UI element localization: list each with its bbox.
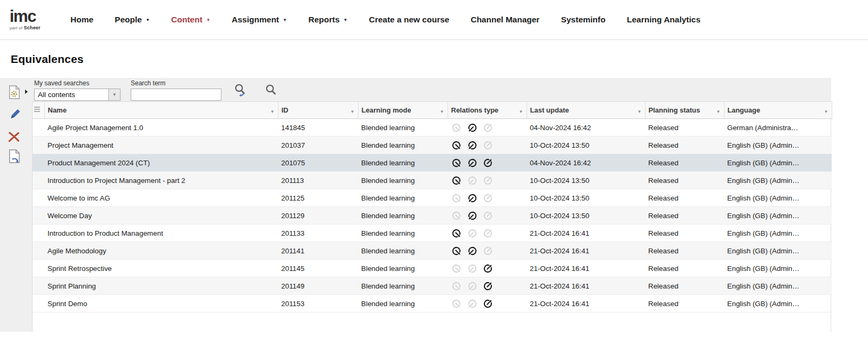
cell-planning-status: Released bbox=[645, 154, 724, 172]
cell-last-update: 21-Oct-2024 16:41 bbox=[527, 242, 645, 260]
export-document-icon[interactable] bbox=[7, 147, 24, 165]
cell-language: English (GB) (Admin… bbox=[724, 172, 832, 189]
table-row[interactable]: Product Management 2024 (CT) 201075 Blen… bbox=[33, 154, 832, 172]
edit-pencil-icon[interactable] bbox=[7, 106, 24, 124]
column-id[interactable]: ID bbox=[278, 102, 358, 119]
column-planning-status[interactable]: Planning status bbox=[645, 102, 724, 119]
relation-predecessor-icon bbox=[467, 210, 478, 221]
nav-item-reports[interactable]: Reports bbox=[298, 11, 359, 29]
filter-arrow-icon[interactable] bbox=[638, 106, 642, 114]
nav-item-learning-analytics[interactable]: Learning Analytics bbox=[616, 11, 711, 29]
main-nav: Home People Content Assignment Reports C… bbox=[60, 11, 711, 29]
search-icon[interactable] bbox=[262, 82, 280, 99]
search-run-icon[interactable] bbox=[232, 82, 249, 99]
relation-equivalence-icon bbox=[451, 245, 462, 257]
table-row[interactable]: Welcome Day 201129 Blended learning 10-O… bbox=[33, 207, 832, 225]
cell-name: Project Management bbox=[44, 137, 278, 154]
table-row[interactable]: Agile Methodology 201141 Blended learnin… bbox=[33, 242, 832, 260]
cell-name: Sprint Retrospective bbox=[44, 260, 278, 277]
row-handle-cell bbox=[33, 119, 44, 137]
cell-id: 201125 bbox=[278, 189, 358, 207]
cell-name: Welcome to imc AG bbox=[44, 189, 278, 207]
relation-predecessor-icon bbox=[467, 157, 478, 169]
cell-id: 201145 bbox=[278, 260, 358, 277]
filter-arrow-icon[interactable] bbox=[270, 106, 275, 114]
table-row[interactable]: Sprint Demo 201153 Blended learning 21-O… bbox=[33, 295, 832, 313]
relation-predecessor-icon bbox=[467, 281, 478, 292]
cell-planning-status: Released bbox=[645, 137, 724, 154]
cell-name: Sprint Planning bbox=[44, 277, 278, 295]
table-row[interactable]: Agile Project Management 1.0 141845 Blen… bbox=[33, 119, 832, 137]
column-relations-type[interactable]: Relations type bbox=[448, 102, 527, 119]
relation-predecessor-icon bbox=[467, 193, 478, 204]
row-handle-cell bbox=[33, 189, 44, 207]
cell-id: 201075 bbox=[278, 154, 358, 172]
cell-last-update: 21-Oct-2024 16:41 bbox=[527, 225, 645, 242]
table-row[interactable]: Introduction to Product Management 20113… bbox=[33, 225, 832, 242]
nav-item-create-course[interactable]: Create a new course bbox=[358, 11, 460, 29]
table-row[interactable]: Sprint Retrospective 201145 Blended lear… bbox=[33, 260, 832, 277]
cell-id: 201141 bbox=[278, 242, 358, 260]
column-handle[interactable] bbox=[33, 102, 44, 119]
relation-equivalence-icon bbox=[451, 263, 462, 274]
row-handle-cell bbox=[33, 137, 44, 154]
cell-planning-status: Released bbox=[645, 295, 724, 313]
cell-name: Sprint Demo bbox=[44, 295, 278, 313]
delete-x-icon[interactable] bbox=[7, 128, 24, 146]
column-learning-mode[interactable]: Learning mode bbox=[358, 102, 448, 119]
tool-rail bbox=[0, 78, 32, 332]
nav-item-content[interactable]: Content bbox=[161, 11, 221, 29]
cell-last-update: 10-Oct-2024 13:50 bbox=[527, 137, 645, 154]
cell-relations bbox=[448, 119, 527, 137]
nav-item-channel-manager[interactable]: Channel Manager bbox=[460, 11, 550, 29]
row-handle-cell bbox=[33, 295, 44, 313]
row-handle-cell bbox=[33, 207, 44, 225]
chevron-down-icon[interactable] bbox=[108, 89, 120, 100]
cell-relations bbox=[448, 260, 527, 277]
column-language[interactable]: Language bbox=[724, 102, 832, 119]
cell-learning-mode: Blended learning bbox=[358, 207, 448, 225]
nav-item-home[interactable]: Home bbox=[60, 11, 104, 29]
expand-arrow-icon[interactable] bbox=[25, 90, 28, 94]
cell-language: English (GB) (Admin… bbox=[724, 154, 832, 172]
nav-item-systeminfo[interactable]: Systeminfo bbox=[550, 11, 616, 29]
table-row[interactable]: Sprint Planning 201149 Blended learning … bbox=[33, 277, 832, 295]
page-title: Equivalences bbox=[11, 53, 868, 66]
table-row[interactable]: Project Management 201037 Blended learni… bbox=[33, 137, 832, 154]
nav-item-people[interactable]: People bbox=[104, 11, 161, 29]
row-handle-cell bbox=[33, 242, 44, 260]
filter-arrow-icon[interactable] bbox=[824, 106, 829, 114]
table-header-row: Name ID Learning mode Relations type Las… bbox=[33, 102, 832, 119]
filter-arrow-icon[interactable] bbox=[716, 106, 721, 114]
search-input[interactable] bbox=[131, 89, 221, 101]
column-name[interactable]: Name bbox=[44, 102, 278, 119]
cell-learning-mode: Blended learning bbox=[358, 137, 448, 154]
cell-last-update: 21-Oct-2024 16:41 bbox=[527, 260, 645, 277]
cell-relations bbox=[448, 207, 527, 225]
filter-arrow-icon[interactable] bbox=[351, 106, 355, 114]
relation-equivalence-icon bbox=[451, 140, 462, 151]
filter-arrow-icon[interactable] bbox=[519, 106, 523, 114]
relation-predecessor-icon bbox=[467, 245, 478, 257]
search-term-field: Search term bbox=[131, 79, 221, 101]
menu-icon[interactable] bbox=[34, 106, 40, 113]
column-last-update[interactable]: Last update bbox=[527, 102, 645, 119]
cell-language: English (GB) (Admin… bbox=[724, 137, 832, 154]
relation-equivalence-icon bbox=[451, 210, 462, 221]
saved-searches-select[interactable]: All contents bbox=[34, 89, 121, 101]
cell-last-update: 10-Oct-2024 13:50 bbox=[527, 172, 645, 189]
saved-search-document-icon[interactable] bbox=[7, 83, 24, 101]
cell-learning-mode: Blended learning bbox=[358, 295, 448, 313]
relation-equivalence-icon bbox=[451, 157, 462, 169]
relation-successor-icon bbox=[482, 298, 493, 309]
table-row[interactable]: Welcome to imc AG 201125 Blended learnin… bbox=[33, 189, 832, 207]
cell-name: Welcome Day bbox=[44, 207, 278, 225]
relation-successor-icon bbox=[482, 193, 493, 204]
cell-last-update: 10-Oct-2024 13:50 bbox=[527, 189, 645, 207]
cell-planning-status: Released bbox=[645, 172, 724, 189]
table-row[interactable]: Introduction to Project Management - par… bbox=[33, 172, 832, 189]
logo-tagline: part of Scheer bbox=[10, 25, 43, 30]
nav-item-assignment[interactable]: Assignment bbox=[221, 11, 298, 29]
filter-arrow-icon[interactable] bbox=[440, 106, 444, 114]
cell-id: 201153 bbox=[278, 295, 358, 313]
